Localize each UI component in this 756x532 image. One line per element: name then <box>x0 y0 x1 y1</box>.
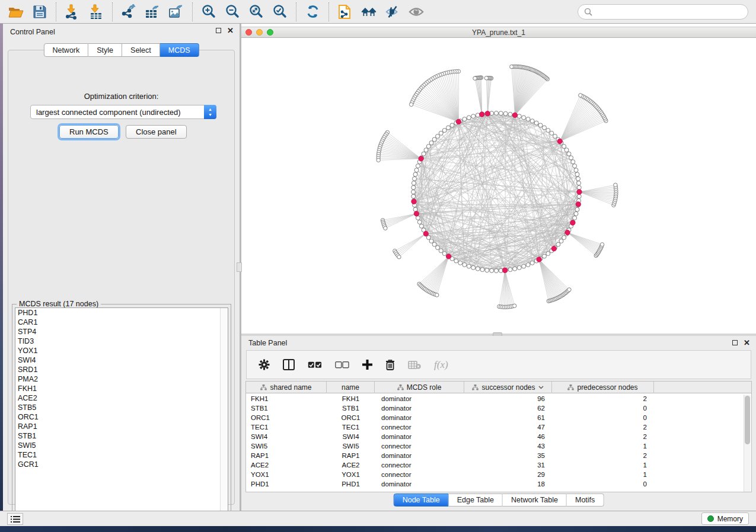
show-columns-icon[interactable] <box>283 359 295 370</box>
table-cell: 43 <box>464 441 552 451</box>
zoom-in-icon[interactable] <box>201 4 216 20</box>
close-panel-icon[interactable]: ✕ <box>744 340 750 345</box>
memory-label: Memory <box>717 515 743 523</box>
mcds-result-item[interactable]: STP4 <box>15 327 228 336</box>
table-cell: 18 <box>464 479 552 489</box>
tab-motifs[interactable]: Motifs <box>567 493 604 507</box>
tab-mcds[interactable]: MCDS <box>160 43 199 57</box>
float-panel-icon[interactable] <box>732 340 738 345</box>
table-cell: SWI4 <box>246 432 327 441</box>
table-toolbar: f(x) <box>246 350 751 379</box>
list-scrollbar[interactable] <box>220 308 228 517</box>
table-row[interactable]: TEC1TEC1connector472 <box>246 422 751 432</box>
column-header-MCDS-role[interactable]: MCDS role <box>375 382 464 393</box>
table-scrollbar[interactable] <box>744 395 751 492</box>
open-file-icon[interactable] <box>8 4 24 20</box>
tab-network-table[interactable]: Network Table <box>503 493 567 507</box>
tab-select[interactable]: Select <box>122 43 160 57</box>
mcds-result-item[interactable]: SWI4 <box>15 355 228 365</box>
mcds-result-item[interactable]: TEC1 <box>15 450 228 460</box>
export-table-icon[interactable] <box>145 4 160 20</box>
table-cell: 1 <box>552 460 654 470</box>
mcds-result-item[interactable]: SWI5 <box>15 441 228 450</box>
table-row[interactable]: SWI4SWI4dominator462 <box>246 432 751 441</box>
mcds-result-item[interactable]: ORC1 <box>15 412 228 422</box>
home-network-icon[interactable] <box>361 4 377 20</box>
mcds-result-item[interactable]: PMA2 <box>15 374 228 384</box>
add-column-icon[interactable] <box>362 360 372 370</box>
export-network-icon[interactable] <box>121 4 136 20</box>
memory-button[interactable]: Memory <box>701 512 749 525</box>
table-row[interactable]: RAP1RAP1dominator352 <box>246 451 751 460</box>
select-all-icon[interactable] <box>308 361 322 368</box>
table-cell: SWI5 <box>246 441 327 451</box>
table-cell: 2 <box>552 432 654 441</box>
search-input[interactable] <box>596 8 742 16</box>
table-cell: ACE2 <box>246 460 327 470</box>
table-cell: 29 <box>464 470 552 479</box>
table-row[interactable]: PHD1PHD1dominator180 <box>246 479 751 489</box>
optimization-criterion-label: Optimization criterion: <box>8 92 234 101</box>
function-builder-icon: f(x) <box>434 359 448 371</box>
import-network-icon[interactable] <box>65 4 80 20</box>
refresh-icon[interactable] <box>305 4 320 20</box>
table-row[interactable]: ORC1ORC1dominator610 <box>246 413 751 422</box>
float-panel-icon[interactable] <box>216 28 221 33</box>
hide-graphics-icon[interactable] <box>385 4 400 20</box>
table-settings-gear-icon[interactable] <box>259 359 270 370</box>
network-from-selection-icon[interactable] <box>337 4 353 20</box>
tab-style[interactable]: Style <box>88 43 122 57</box>
table-cell: STB1 <box>327 403 375 413</box>
column-header-name[interactable]: name <box>327 382 375 393</box>
column-header-shared-name[interactable]: shared name <box>246 382 327 393</box>
mcds-result-item[interactable]: GCR1 <box>15 460 228 469</box>
export-image-icon[interactable] <box>168 4 184 20</box>
table-row[interactable]: STB1STB1dominator620 <box>246 403 751 413</box>
table-cell: RAP1 <box>327 451 375 460</box>
status-bar: Memory <box>0 511 756 526</box>
mcds-result-item[interactable]: CAR1 <box>15 318 228 327</box>
network-canvas[interactable] <box>241 38 756 334</box>
mcds-result-item[interactable]: STB1 <box>15 431 228 441</box>
tab-node-table[interactable]: Node Table <box>394 493 449 507</box>
mcds-result-list[interactable]: PHD1CAR1STP4TID3YOX1SWI4SRD1PMA2FKH1ACE2… <box>15 307 228 517</box>
table-cell: connector <box>375 460 464 470</box>
delete-table-icon <box>408 361 421 369</box>
table-cell: 1 <box>552 470 654 479</box>
tab-edge-table[interactable]: Edge Table <box>449 493 503 507</box>
table-row[interactable]: ACE2ACE2connector311 <box>246 460 751 470</box>
delete-column-icon[interactable] <box>385 359 395 370</box>
zoom-selected-icon[interactable] <box>272 4 288 20</box>
column-header-predecessor-nodes[interactable]: predecessor nodes <box>552 382 654 393</box>
table-cell: 35 <box>464 451 552 460</box>
zoom-out-icon[interactable] <box>225 4 240 20</box>
mcds-result-item[interactable]: TID3 <box>15 336 228 346</box>
close-panel-button[interactable]: Close panel <box>126 125 187 139</box>
table-scrollbar-thumb[interactable] <box>745 396 750 444</box>
zoom-fit-icon[interactable] <box>248 4 264 20</box>
run-mcds-button[interactable]: Run MCDS <box>59 125 119 139</box>
mcds-result-item[interactable]: YOX1 <box>15 346 228 355</box>
vertical-splitter-handle[interactable] <box>237 262 242 272</box>
table-row[interactable]: SWI5SWI5connector431 <box>246 441 751 451</box>
column-header-successor-nodes[interactable]: successor nodes <box>464 382 552 393</box>
search-box[interactable] <box>578 4 748 20</box>
mcds-result-item[interactable]: SRD1 <box>15 365 228 374</box>
mcds-result-item[interactable]: STB5 <box>15 403 228 412</box>
table-cell: connector <box>375 441 464 451</box>
import-table-icon[interactable] <box>88 4 104 20</box>
tab-network[interactable]: Network <box>43 43 88 57</box>
mcds-result-item[interactable]: ACE2 <box>15 393 228 403</box>
deselect-all-icon[interactable] <box>335 361 349 368</box>
save-session-icon[interactable] <box>32 4 47 20</box>
network-window-titlebar[interactable]: YPA_prune.txt_1 <box>241 27 756 38</box>
close-panel-icon[interactable]: ✕ <box>227 28 234 33</box>
mcds-result-item[interactable]: FKH1 <box>15 384 228 393</box>
table-row[interactable]: FKH1FKH1dominator962 <box>246 394 751 403</box>
task-history-button[interactable] <box>7 513 23 525</box>
network-graph[interactable] <box>241 38 756 334</box>
table-row[interactable]: YOX1YOX1connector291 <box>246 470 751 479</box>
mcds-result-item[interactable]: RAP1 <box>15 422 228 431</box>
mcds-result-item[interactable]: PHD1 <box>15 308 228 318</box>
optimization-criterion-select[interactable]: largest connected component (undirected)… <box>30 105 216 119</box>
